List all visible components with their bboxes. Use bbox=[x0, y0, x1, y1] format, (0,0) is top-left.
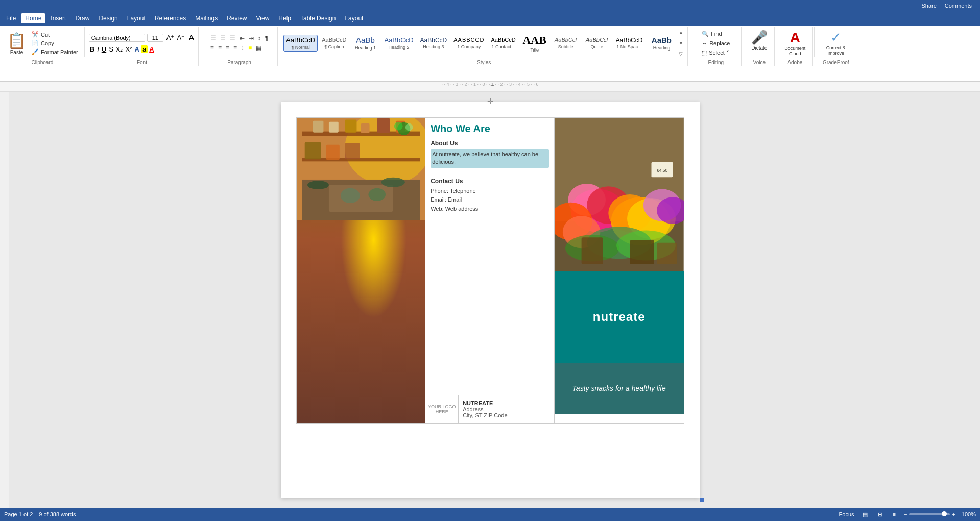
style-title[interactable]: AAB Title bbox=[520, 32, 549, 54]
justify-button[interactable]: ≡ bbox=[232, 44, 238, 52]
increase-indent-button[interactable]: ⇥ bbox=[247, 34, 255, 42]
menu-review[interactable]: Review bbox=[223, 13, 251, 23]
menu-home[interactable]: Home bbox=[21, 13, 45, 23]
menu-help[interactable]: Help bbox=[274, 13, 295, 23]
style-contact[interactable]: AaBbCcD 1 Contact... bbox=[488, 35, 518, 51]
numbering-button[interactable]: ☰ bbox=[219, 34, 227, 42]
focus-button[interactable]: Focus bbox=[839, 511, 854, 517]
gradeproof-group-label: GradeProof bbox=[823, 59, 849, 65]
highlight-button[interactable]: a bbox=[141, 45, 148, 53]
zoom-level[interactable]: 100% bbox=[962, 511, 976, 517]
editing-group: 🔍Find ↔Replace ⬚Select ˅ Editing bbox=[690, 27, 742, 66]
font-color-button[interactable]: A bbox=[148, 45, 155, 54]
dictate-button[interactable]: 🎤 Dictate bbox=[748, 28, 771, 53]
correct-improve-button[interactable]: ✓ Correct & Improve bbox=[823, 28, 849, 58]
web-layout-view[interactable]: ⊞ bbox=[876, 510, 885, 519]
flower-svg: €4.50 bbox=[555, 118, 684, 271]
footer-info: NUTREATE Address City, ST ZIP Code bbox=[459, 398, 511, 420]
brand-name: nutreate bbox=[593, 310, 646, 324]
clear-format-button[interactable]: A̶ bbox=[188, 33, 195, 42]
status-bar: Page 1 of 2 9 of 388 words Focus ▤ ⊞ ≡ −… bbox=[0, 508, 980, 521]
paste-button[interactable]: 📋 Paste bbox=[5, 31, 28, 56]
menu-layout[interactable]: Layout bbox=[123, 13, 150, 23]
replace-button[interactable]: ↔Replace bbox=[700, 40, 731, 47]
resize-handle[interactable] bbox=[700, 498, 704, 502]
zoom-in-button[interactable]: + bbox=[952, 511, 955, 517]
font-group-label: Font bbox=[137, 59, 147, 65]
bold-button[interactable]: B bbox=[89, 45, 95, 54]
phone-line: Phone: Telephone bbox=[431, 187, 549, 196]
subscript-button[interactable]: X₂ bbox=[115, 45, 124, 54]
about-heading: About Us bbox=[431, 140, 549, 147]
align-center-button[interactable]: ≡ bbox=[217, 44, 223, 52]
style-h1[interactable]: AaBb Heading 1 bbox=[350, 34, 380, 52]
multilevel-button[interactable]: ☰ bbox=[228, 34, 237, 42]
styles-scroll-up[interactable]: ▲ bbox=[677, 29, 684, 36]
superscript-button[interactable]: X² bbox=[125, 45, 133, 54]
editing-group-label: Editing bbox=[708, 59, 724, 65]
menu-insert[interactable]: Insert bbox=[46, 13, 70, 23]
text-effects-button[interactable]: A bbox=[134, 45, 140, 54]
svg-point-19 bbox=[381, 178, 404, 187]
copy-button[interactable]: 📄Copy bbox=[30, 39, 80, 47]
print-layout-view[interactable]: ▤ bbox=[861, 510, 870, 519]
borders-button[interactable]: ▦ bbox=[254, 44, 263, 52]
font-group: A⁺ A⁻ A̶ B I U S X₂ X² A a A Font bbox=[86, 27, 199, 66]
share-button[interactable]: Share bbox=[917, 3, 940, 9]
adobe-button[interactable]: A Document Cloud bbox=[781, 28, 808, 58]
email-line: Email: Email bbox=[431, 195, 549, 205]
align-right-button[interactable]: ≡ bbox=[224, 44, 231, 52]
adobe-group-label: Adobe bbox=[787, 59, 802, 65]
svg-rect-7 bbox=[361, 123, 369, 133]
brand-box: nutreate bbox=[555, 271, 684, 363]
page[interactable]: ✛ bbox=[281, 102, 700, 498]
align-left-button[interactable]: ≡ bbox=[209, 44, 216, 52]
italic-button[interactable]: I bbox=[96, 45, 100, 54]
style-nospace[interactable]: AaBbCcD 1 No Spac... bbox=[613, 35, 646, 51]
menu-draw[interactable]: Draw bbox=[71, 13, 93, 23]
zoom-track[interactable] bbox=[909, 513, 950, 515]
shading-button[interactable]: ■ bbox=[247, 44, 253, 52]
strikethrough-button[interactable]: S bbox=[108, 45, 114, 54]
comments-button[interactable]: Comments bbox=[941, 3, 976, 9]
style-quote[interactable]: AaBbCcI Quote bbox=[582, 35, 612, 51]
menu-layout2[interactable]: Layout bbox=[341, 13, 367, 23]
decrease-indent-button[interactable]: ⇤ bbox=[238, 34, 246, 42]
styles-scroll-down[interactable]: ▼ bbox=[677, 39, 684, 47]
font-shrink-button[interactable]: A⁻ bbox=[176, 33, 186, 42]
bullets-button[interactable]: ☰ bbox=[209, 34, 218, 42]
show-marks-button[interactable]: ¶ bbox=[264, 34, 270, 42]
cut-button[interactable]: ✂️Cut bbox=[30, 31, 80, 38]
menu-mailings[interactable]: Mailings bbox=[191, 13, 222, 23]
table-move-handle[interactable]: ✛ bbox=[487, 97, 493, 105]
menu-view[interactable]: View bbox=[252, 13, 274, 23]
style-caption[interactable]: AaBbCcD ¶ Caption bbox=[319, 35, 349, 51]
zoom-out-button[interactable]: − bbox=[904, 511, 907, 517]
line-spacing-button[interactable]: ↕ bbox=[240, 44, 246, 52]
font-size-input[interactable] bbox=[147, 34, 163, 42]
underline-button[interactable]: U bbox=[101, 45, 107, 54]
format-painter-button[interactable]: 🖌️Format Painter bbox=[30, 48, 80, 56]
styles-expand[interactable]: ▽ bbox=[677, 50, 684, 58]
menu-references[interactable]: References bbox=[151, 13, 190, 23]
menu-table-design[interactable]: Table Design bbox=[296, 13, 340, 23]
font-grow-button[interactable]: A⁺ bbox=[165, 33, 176, 42]
svg-point-18 bbox=[307, 181, 328, 189]
sort-button[interactable]: ↕ bbox=[256, 34, 262, 42]
style-company[interactable]: AaBBCcD 1 Company bbox=[451, 35, 487, 51]
font-name-input[interactable] bbox=[89, 34, 145, 42]
logo-placeholder: YOUR LOGO HERE bbox=[425, 395, 459, 424]
clipboard-group: 📋 Paste ✂️Cut 📄Copy 🖌️Format Painter bbox=[2, 27, 83, 66]
style-h2[interactable]: AaBbCcD Heading 2 bbox=[381, 35, 416, 52]
find-button[interactable]: 🔍Find bbox=[700, 30, 731, 38]
style-subtitle[interactable]: AaBbCcI Subtitle bbox=[551, 35, 581, 51]
read-view[interactable]: ≡ bbox=[891, 510, 898, 518]
select-button[interactable]: ⬚Select ˅ bbox=[700, 49, 731, 57]
style-heading[interactable]: AaBb Heading bbox=[647, 34, 676, 52]
menu-file[interactable]: File bbox=[2, 13, 20, 23]
svg-rect-4 bbox=[313, 121, 323, 133]
footer-company: NUTREATE bbox=[463, 400, 507, 406]
menu-design[interactable]: Design bbox=[94, 13, 122, 23]
style-normal[interactable]: AaBbCcD ¶ Normal bbox=[283, 35, 318, 52]
style-h3[interactable]: AaBbCcD Heading 3 bbox=[418, 35, 450, 51]
